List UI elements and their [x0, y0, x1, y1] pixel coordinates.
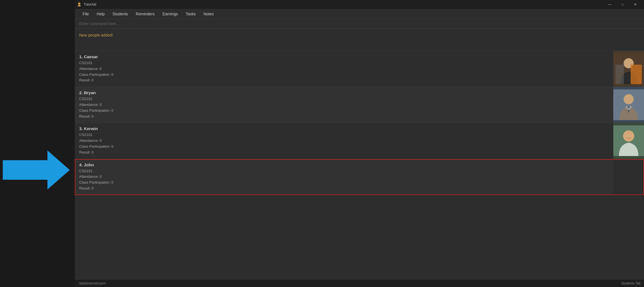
- command-bar: [75, 19, 644, 29]
- status-text: New people added!: [79, 33, 113, 37]
- student-participation: Class Participation: 0: [79, 108, 609, 114]
- student-info-bryan: 2. Bryan CS2101 Attendance: 0 Class Part…: [75, 87, 613, 123]
- student-photo-kerwin: [613, 123, 644, 159]
- student-result: Result: 0: [79, 114, 609, 120]
- table-row: 2. Bryan CS2101 Attendance: 0 Class Part…: [75, 87, 644, 123]
- student-attendance: Attendance: 0: [79, 138, 609, 144]
- student-course: CS2101: [79, 96, 609, 102]
- status-tab: Students Tab: [621, 281, 641, 285]
- student-info-caesar: 1. Caesar CS2101 Attendance: 0 Class Par…: [75, 51, 613, 87]
- svg-rect-6: [631, 65, 642, 84]
- student-participation: Class Participation: 0: [79, 180, 609, 186]
- menu-help[interactable]: Help: [93, 11, 108, 17]
- student-course: CS2101: [79, 132, 609, 138]
- close-button[interactable]: ✕: [629, 0, 642, 9]
- command-input[interactable]: [79, 21, 640, 26]
- svg-marker-0: [3, 150, 70, 189]
- main-window: TutorAid — □ ✕ File Help Students Remind…: [75, 0, 644, 287]
- app-title: TutorAid: [84, 3, 96, 6]
- student-photo-bryan: [613, 87, 644, 123]
- status-bar: .\data\tutoraid.json Students Tab: [75, 279, 644, 287]
- student-name: 4. John: [79, 162, 609, 167]
- menu-earnings[interactable]: Earnings: [159, 11, 181, 17]
- table-row: 3. Kerwin CS2101 Attendance: 0 Class Par…: [75, 123, 644, 159]
- student-info-kerwin: 3. Kerwin CS2101 Attendance: 0 Class Par…: [75, 123, 613, 159]
- menu-reminders[interactable]: Reminders: [133, 11, 158, 17]
- student-photo-john: [613, 159, 644, 195]
- title-bar: TutorAid — □ ✕: [75, 0, 644, 9]
- status-filepath: .\data\tutoraid.json: [78, 281, 106, 285]
- student-course: CS2101: [79, 60, 609, 66]
- student-course: CS2101: [79, 168, 609, 174]
- svg-rect-2: [78, 5, 81, 6]
- student-attendance: Attendance: 0: [79, 102, 609, 108]
- menu-bar: File Help Students Reminders Earnings Ta…: [75, 9, 644, 19]
- student-name: 3. Kerwin: [79, 126, 609, 131]
- svg-point-10: [624, 94, 634, 104]
- svg-rect-7: [616, 65, 624, 84]
- student-participation: Class Participation: 0: [79, 144, 609, 150]
- blue-arrow-indicator: [0, 148, 73, 192]
- student-info-john: 4. John CS2101 Attendance: 0 Class Parti…: [75, 159, 613, 195]
- maximize-button[interactable]: □: [616, 0, 629, 9]
- student-name: 1. Caesar: [79, 54, 609, 59]
- title-bar-controls: — □ ✕: [603, 0, 642, 9]
- menu-tasks[interactable]: Tasks: [182, 11, 199, 17]
- student-result: Result: 0: [79, 150, 609, 155]
- menu-file[interactable]: File: [79, 11, 92, 17]
- table-row: 1. Caesar CS2101 Attendance: 0 Class Par…: [75, 51, 644, 87]
- table-row: 4. John CS2101 Attendance: 0 Class Parti…: [75, 159, 644, 195]
- student-photo-caesar: [613, 51, 644, 87]
- menu-students[interactable]: Students: [109, 11, 131, 17]
- student-name: 2. Bryan: [79, 90, 609, 95]
- minimize-button[interactable]: —: [603, 0, 616, 9]
- student-participation: Class Participation: 0: [79, 72, 609, 78]
- student-attendance: Attendance: 0: [79, 174, 609, 180]
- app-icon: [77, 2, 81, 7]
- student-result: Result: 0: [79, 77, 609, 83]
- status-message-area: New people added!: [75, 29, 644, 51]
- title-bar-left: TutorAid: [77, 2, 96, 7]
- menu-notes[interactable]: Notes: [200, 11, 217, 17]
- student-attendance: Attendance: 0: [79, 66, 609, 72]
- student-list: 1. Caesar CS2101 Attendance: 0 Class Par…: [75, 51, 644, 279]
- svg-point-1: [78, 3, 80, 5]
- student-result: Result: 0: [79, 186, 609, 191]
- svg-point-13: [623, 130, 634, 142]
